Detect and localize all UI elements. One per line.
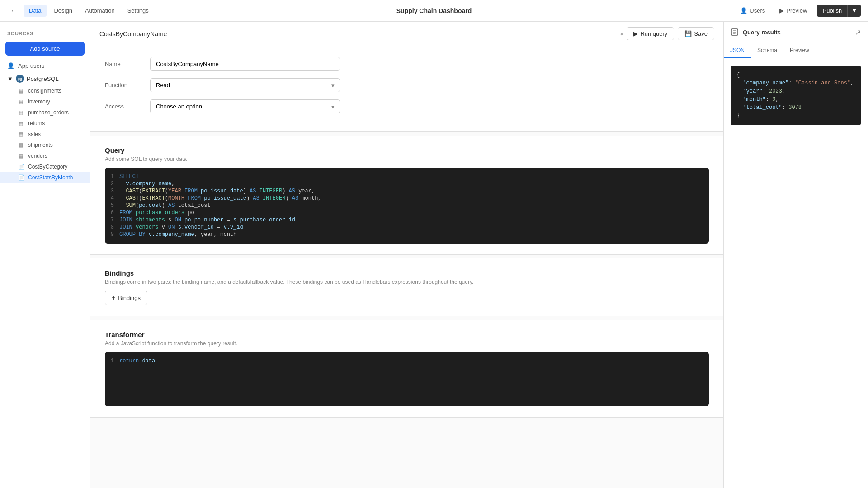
sidebar-item-consignments[interactable]: ▦ consignments bbox=[0, 85, 90, 96]
sidebar-item-app-users[interactable]: 👤 App users bbox=[0, 59, 90, 72]
expand-icon: ▼ bbox=[7, 75, 13, 82]
bindings-title: Bindings bbox=[105, 269, 709, 277]
sidebar-item-shipments[interactable]: ▦ shipments bbox=[0, 140, 90, 150]
table-icon: ▦ bbox=[18, 142, 24, 148]
right-panel: Query results ↗ JSON Schema Preview { "c… bbox=[723, 22, 868, 488]
transformer-desc: Add a JavaScript function to transform t… bbox=[105, 340, 709, 347]
play-icon: ▶ bbox=[633, 30, 638, 37]
name-input[interactable] bbox=[150, 57, 340, 71]
query-icon: 📄 bbox=[18, 164, 24, 170]
sql-editor[interactable]: 1 SELECT 2 v.company_name, 3 CAST(EXTRAC… bbox=[105, 168, 709, 244]
function-row: Function Read bbox=[105, 78, 709, 92]
sidebar-item-returns[interactable]: ▦ returns bbox=[0, 118, 90, 129]
function-select-wrapper: Read bbox=[150, 78, 340, 92]
users-button[interactable]: 👤 Users bbox=[736, 5, 769, 17]
table-icon: ▦ bbox=[18, 153, 24, 159]
access-row: Access Choose an option bbox=[105, 99, 709, 113]
tab-json[interactable]: JSON bbox=[724, 43, 751, 58]
save-icon: 💾 bbox=[684, 30, 692, 37]
panel-tabs: JSON Schema Preview bbox=[724, 43, 868, 58]
query-actions: ▶ Run query 💾 Save bbox=[627, 27, 714, 40]
table-icon: ▦ bbox=[18, 88, 24, 94]
code-line-2: 2 v.company_name, bbox=[105, 180, 709, 188]
code-line-9: 9 GROUP BY v.company_name, year, month bbox=[105, 231, 709, 238]
tab-design[interactable]: Design bbox=[48, 5, 77, 17]
sources-label: Sources bbox=[0, 27, 90, 38]
publish-label[interactable]: Publish bbox=[817, 5, 847, 17]
publish-arrow-icon[interactable]: ▼ bbox=[847, 5, 861, 17]
sidebar-item-sales[interactable]: ▦ sales bbox=[0, 129, 90, 140]
query-icon-active: 📄 bbox=[18, 174, 24, 181]
function-select[interactable]: Read bbox=[150, 78, 340, 92]
name-input-wrapper bbox=[150, 57, 340, 71]
query-header: CostsByCompanyName ● ▶ Run query 💾 Save bbox=[90, 22, 723, 46]
code-line-8: 8 JOIN vendors v ON s.vendor_id = v.v_id bbox=[105, 224, 709, 231]
tab-automation[interactable]: Automation bbox=[80, 5, 120, 17]
sidebar-item-purchase-orders[interactable]: ▦ purchase_orders bbox=[0, 107, 90, 118]
access-select-wrapper: Choose an option bbox=[150, 99, 340, 113]
code-lines: 1 SELECT 2 v.company_name, 3 CAST(EXTRAC… bbox=[105, 168, 709, 244]
run-query-button[interactable]: ▶ Run query bbox=[627, 27, 674, 40]
name-row: Name bbox=[105, 57, 709, 71]
expand-panel-icon[interactable]: ↗ bbox=[855, 28, 861, 37]
function-label: Function bbox=[105, 82, 150, 89]
query-section-title: Query bbox=[105, 146, 709, 154]
tab-settings[interactable]: Settings bbox=[122, 5, 154, 17]
table-icon: ▦ bbox=[18, 131, 24, 137]
right-panel-header: Query results ↗ bbox=[724, 22, 868, 43]
tab-preview[interactable]: Preview bbox=[783, 43, 816, 58]
right-panel-title: Query results bbox=[743, 29, 851, 36]
transformer-code-lines: 1 return data bbox=[105, 352, 709, 370]
save-button[interactable]: 💾 Save bbox=[678, 27, 714, 40]
code-line-6: 6 FROM purchase_orders po bbox=[105, 209, 709, 216]
add-source-button[interactable]: Add source bbox=[5, 42, 85, 56]
query-name-title: CostsByCompanyName bbox=[99, 30, 617, 38]
query-section-desc: Add some SQL to query your data bbox=[105, 156, 709, 162]
plus-icon: + bbox=[112, 294, 115, 301]
users-icon: 👤 bbox=[740, 7, 747, 14]
postgres-header[interactable]: ▼ pg PostgreSQL bbox=[0, 72, 90, 85]
access-select[interactable]: Choose an option bbox=[150, 99, 340, 113]
app-title: Supply Chain Dashboard bbox=[396, 7, 472, 14]
access-label: Access bbox=[105, 103, 150, 110]
name-label: Name bbox=[105, 61, 150, 67]
tab-schema[interactable]: Schema bbox=[751, 43, 783, 58]
panel-icon bbox=[731, 28, 739, 37]
code-line-4: 4 CAST(EXTRACT(MONTH FROM po.issue_date)… bbox=[105, 195, 709, 202]
transformer-editor[interactable]: 1 return data bbox=[105, 352, 709, 406]
code-line-1: 1 SELECT bbox=[105, 173, 709, 180]
sidebar-item-inventory[interactable]: ▦ inventory bbox=[0, 96, 90, 107]
table-icon: ▦ bbox=[18, 99, 24, 105]
transformer-line-1: 1 return data bbox=[105, 357, 709, 365]
content-area: CostsByCompanyName ● ▶ Run query 💾 Save … bbox=[90, 22, 723, 488]
postgres-icon: pg bbox=[16, 75, 24, 83]
bindings-desc: Bindings come in two parts: the binding … bbox=[105, 279, 709, 285]
transformer-section: Transformer Add a JavaScript function to… bbox=[90, 320, 723, 418]
transformer-title: Transformer bbox=[105, 331, 709, 338]
back-button[interactable]: ← bbox=[7, 5, 20, 17]
code-line-3: 3 CAST(EXTRACT(YEAR FROM po.issue_date) … bbox=[105, 188, 709, 195]
sidebar-item-cost-by-category[interactable]: 📄 CostByCategory bbox=[0, 161, 90, 172]
preview-button[interactable]: ▶ Preview bbox=[775, 5, 811, 17]
publish-button[interactable]: Publish ▼ bbox=[817, 5, 861, 17]
query-form: Name Function Read Access Choose an opti… bbox=[90, 46, 723, 132]
nav-tabs: Data Design Automation Settings bbox=[24, 5, 154, 17]
preview-icon: ▶ bbox=[779, 7, 784, 14]
panel-body: { "company_name": "Cassin and Sons", "ye… bbox=[724, 58, 868, 488]
nav-right: 👤 Users ▶ Preview Publish ▼ bbox=[736, 5, 861, 17]
unsaved-indicator: ● bbox=[620, 31, 623, 37]
code-line-7: 7 JOIN shipments s ON po.po_number = s.p… bbox=[105, 216, 709, 224]
tab-data[interactable]: Data bbox=[24, 5, 47, 17]
main-layout: Sources Add source 👤 App users ▼ pg Post… bbox=[0, 22, 868, 488]
sidebar: Sources Add source 👤 App users ▼ pg Post… bbox=[0, 22, 90, 488]
app-users-icon: 👤 bbox=[7, 62, 14, 69]
query-section: Query Add some SQL to query your data 1 … bbox=[90, 136, 723, 255]
table-icon: ▦ bbox=[18, 120, 24, 127]
top-nav: ← Data Design Automation Settings Supply… bbox=[0, 0, 868, 22]
table-icon: ▦ bbox=[18, 109, 24, 116]
code-line-5: 5 SUM(po.cost) AS total_cost bbox=[105, 202, 709, 209]
sidebar-item-cost-stats-by-month[interactable]: 📄 CostStatsByMonth bbox=[0, 172, 90, 183]
bindings-section: Bindings Bindings come in two parts: the… bbox=[90, 258, 723, 316]
add-bindings-button[interactable]: + Bindings bbox=[105, 291, 147, 305]
sidebar-item-vendors[interactable]: ▦ vendors bbox=[0, 150, 90, 161]
